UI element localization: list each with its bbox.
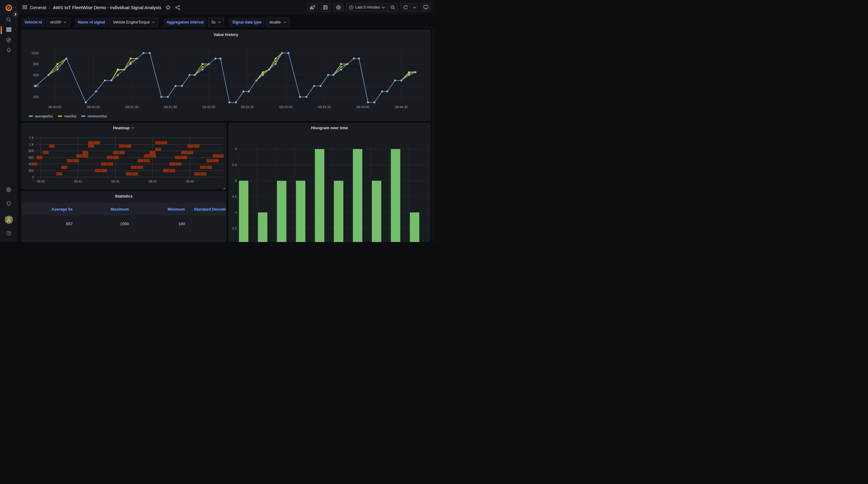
sidebar <box>0 0 18 242</box>
column-header[interactable]: Minimum <box>133 203 190 215</box>
time-range-picker[interactable]: Last 5 minutes <box>346 3 388 11</box>
table-cell: 271 <box>190 215 226 232</box>
filter-label: Aggregation interval <box>163 18 207 27</box>
sidebar-item-server-admin[interactable] <box>0 199 18 209</box>
sidebar-item-alerting[interactable] <box>0 46 18 56</box>
svg-text:600: 600 <box>28 156 34 159</box>
template-variables-bar: Vehicle Idvin200Name of signalVehicle.En… <box>18 16 434 29</box>
svg-text:200: 200 <box>33 95 39 99</box>
chevron-down-icon <box>283 21 286 23</box>
panel-title[interactable]: Heatmap <box>22 123 226 132</box>
svg-text:1000: 1000 <box>31 51 39 55</box>
svg-text:3.5: 3.5 <box>232 226 237 230</box>
histogram-chart[interactable]: 65.554.543.5 <box>229 132 430 242</box>
search-icon <box>6 17 11 24</box>
legend-item[interactable]: max(5s) <box>58 114 76 118</box>
sidebar-item-help[interactable] <box>0 229 18 239</box>
refresh-button[interactable] <box>401 3 411 11</box>
svg-text:08:41: 08:41 <box>74 180 82 183</box>
chevron-down-icon <box>152 21 155 23</box>
panel-statistics: Statistics Average 5sMaximumMinimumStand… <box>21 191 226 242</box>
sidebar-item-dashboards[interactable] <box>0 25 18 35</box>
value-history-chart[interactable]: 100080060040020008:40:0008:40:3008:41:00… <box>22 39 430 112</box>
filter-value: double <box>270 20 281 24</box>
sidebar-item-configuration[interactable] <box>0 185 18 195</box>
breadcrumb-folder[interactable]: General <box>30 5 46 10</box>
share-icon[interactable] <box>175 5 180 10</box>
scrollbar[interactable] <box>433 29 434 242</box>
filter-group-0: Vehicle Idvin200 <box>21 18 70 27</box>
column-header[interactable]: Maximum <box>77 203 133 215</box>
filter-value-dropdown[interactable]: double <box>266 18 289 27</box>
nav-actions: Last 5 minutes <box>307 3 431 11</box>
chevron-down-icon <box>131 127 134 129</box>
breadcrumb-separator: / <box>49 5 50 10</box>
svg-text:1 K: 1 K <box>29 136 34 140</box>
svg-text:08:40:30: 08:40:30 <box>87 105 100 109</box>
svg-text:08:44:00: 08:44:00 <box>356 105 369 109</box>
panel-title[interactable]: Value history <box>22 30 430 39</box>
gear-icon <box>6 187 11 193</box>
statistics-table: Average 5sMaximumMinimumStandard Deviati… <box>22 203 226 232</box>
help-icon <box>6 231 11 237</box>
svg-text:800: 800 <box>33 62 39 66</box>
filter-label: Vehicle Id <box>21 18 45 27</box>
legend-swatch <box>29 116 33 117</box>
filter-group-3: Signal data typedouble <box>229 18 289 27</box>
panel-histogram: Hisogram over time 65.554.543.5 <box>228 123 430 242</box>
table-cell: 557 <box>22 215 77 232</box>
avatar <box>5 216 13 225</box>
legend-item[interactable]: minimum(5s) <box>81 114 107 118</box>
value-history-legend: average(5s)max(5s)minimum(5s) <box>29 114 107 118</box>
sidebar-item-profile[interactable] <box>0 215 18 225</box>
active-indicator <box>1 26 2 34</box>
table-cell: 100 <box>133 215 190 232</box>
svg-text:08:40: 08:40 <box>37 180 45 183</box>
svg-text:200: 200 <box>28 169 34 173</box>
svg-text:5.5: 5.5 <box>232 163 237 167</box>
panel-title[interactable]: Hisogram over time <box>229 123 430 132</box>
table-cell: 1000 <box>77 215 133 232</box>
filter-value: vin200 <box>50 20 61 24</box>
svg-text:08:40:00: 08:40:00 <box>49 105 62 109</box>
refresh-interval-dropdown[interactable] <box>411 3 418 11</box>
panel-resize-handle[interactable] <box>222 185 225 188</box>
dashboard-settings-button[interactable] <box>333 3 344 11</box>
zoom-out-time-button[interactable] <box>388 3 398 11</box>
breadcrumb: General / AWS IoT FleetWise Demo - Indiv… <box>23 0 180 14</box>
add-panel-button[interactable] <box>307 3 318 11</box>
legend-label: average(5s) <box>35 114 53 118</box>
filter-group-2: Aggregation interval5s <box>163 18 224 27</box>
sidebar-item-explore[interactable] <box>0 35 18 46</box>
chevron-down-icon <box>64 21 66 23</box>
shield-icon <box>6 201 11 208</box>
heatmap-chart[interactable]: 1 K1 K800600400200008:4008:4108:4208:430… <box>22 132 226 189</box>
sidebar-expand-button[interactable] <box>12 11 19 18</box>
filter-value-dropdown[interactable]: Vehicle.EngineTorque <box>110 18 158 27</box>
svg-text:08:42:00: 08:42:00 <box>203 105 215 109</box>
table-row: 5571000100271 <box>22 215 226 232</box>
cycle-view-mode-button[interactable] <box>421 3 431 11</box>
grafana-logo-icon[interactable] <box>5 4 13 12</box>
svg-text:6: 6 <box>235 147 237 151</box>
svg-text:08:44:30: 08:44:30 <box>395 105 408 109</box>
panel-title[interactable]: Statistics <box>22 192 226 200</box>
top-navbar: General / AWS IoT FleetWise Demo - Indiv… <box>18 0 434 14</box>
star-icon[interactable] <box>165 5 171 10</box>
page-title: AWS IoT FleetWise Demo - Individual Sign… <box>53 5 161 10</box>
filter-value: 5s <box>212 20 215 24</box>
svg-text:5: 5 <box>235 179 237 183</box>
legend-item[interactable]: average(5s) <box>29 114 53 118</box>
svg-text:08:43: 08:43 <box>149 180 157 183</box>
filter-value-dropdown[interactable]: vin200 <box>46 18 70 27</box>
dashboard-grid-icon <box>23 5 27 9</box>
save-dashboard-button[interactable] <box>320 3 331 11</box>
column-header[interactable]: Standard Deviation <box>190 203 226 215</box>
dashboards-grid-icon <box>6 27 11 33</box>
svg-text:08:41:30: 08:41:30 <box>164 105 177 109</box>
svg-text:0: 0 <box>32 175 34 179</box>
svg-text:08:43:00: 08:43:00 <box>279 105 292 109</box>
filter-value-dropdown[interactable]: 5s <box>208 18 224 27</box>
column-header[interactable]: Average 5s <box>22 203 77 215</box>
svg-text:08:41:00: 08:41:00 <box>125 105 138 109</box>
